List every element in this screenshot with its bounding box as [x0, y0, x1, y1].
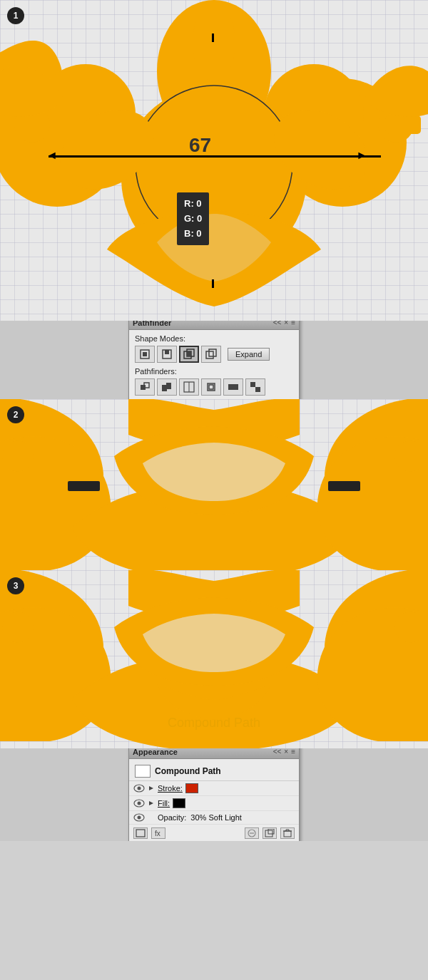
orange-shape-2 [0, 399, 428, 570]
svg-text:fx: fx [155, 830, 160, 837]
svg-point-37 [2, 440, 34, 472]
step-badge-3: 3 [7, 577, 24, 594]
svg-text:Compound Path: Compound Path [168, 716, 260, 730]
svg-rect-32 [250, 382, 255, 387]
svg-rect-34 [68, 481, 100, 491]
stroke-visibility-icon[interactable] [133, 784, 145, 793]
svg-rect-19 [187, 351, 191, 356]
appearance-close[interactable]: × [284, 748, 288, 755]
measurement-value: 67 [189, 134, 211, 157]
color-b: B: 0 [184, 227, 202, 242]
svg-rect-49 [136, 830, 145, 837]
pathfinder-body: Shape Modes: [129, 330, 299, 404]
shape-modes-label: Shape Modes: [135, 334, 293, 343]
svg-rect-8 [385, 115, 421, 134]
shape-modes-row: Expand [135, 346, 293, 363]
svg-point-48 [138, 816, 141, 820]
appearance-controls[interactable]: << × ≡ [273, 748, 295, 755]
stroke-row: Stroke: [129, 781, 299, 796]
pathfinder-panel: Pathfinder << × ≡ Shape Modes: [128, 315, 300, 405]
svg-rect-20 [206, 351, 213, 359]
shape-btn-subtract[interactable] [157, 346, 177, 363]
footer-btn-delete[interactable] [245, 827, 259, 839]
fill-expand-icon[interactable] [148, 800, 155, 807]
shape-btn-intersect[interactable] [179, 346, 199, 363]
measure-arrow-right: ► [356, 150, 367, 161]
opacity-row: Opacity: 30% Soft Light [129, 811, 299, 825]
compound-path-label: Compound Path [155, 766, 221, 776]
appearance-body: Compound Path Stroke: [129, 759, 299, 841]
stroke-expand-icon[interactable] [148, 785, 155, 792]
svg-rect-21 [209, 349, 216, 356]
fill-color-swatch[interactable] [173, 798, 185, 808]
compound-path-swatch [135, 765, 151, 778]
appearance-panel-area: Appearance << × ≡ Compound Path [0, 748, 428, 841]
appearance-title: Appearance [133, 748, 178, 756]
svg-rect-55 [284, 831, 291, 837]
orange-shape-3: Compound Path [0, 570, 428, 748]
appearance-menu[interactable]: ≡ [291, 748, 295, 755]
tick-top [212, 33, 214, 42]
svg-point-42 [138, 787, 141, 790]
pathfinders-row [135, 378, 293, 396]
appearance-footer: fx [129, 825, 299, 841]
svg-marker-43 [149, 786, 153, 790]
measure-line [49, 155, 381, 158]
stroke-label[interactable]: Stroke: [158, 784, 183, 793]
step-badge-1: 1 [7, 7, 24, 24]
svg-point-36 [394, 440, 426, 472]
svg-rect-35 [328, 481, 360, 491]
pathfinder-panel-area: Pathfinder << × ≡ Shape Modes: [0, 321, 428, 399]
svg-rect-24 [162, 385, 167, 391]
svg-rect-31 [233, 384, 238, 390]
appearance-panel: Appearance << × ≡ Compound Path [128, 744, 300, 841]
pathfinders-label: Pathfinders: [135, 367, 293, 376]
shape-btn-add[interactable] [135, 346, 155, 363]
fill-visibility-icon[interactable] [133, 799, 145, 808]
svg-point-39 [2, 612, 34, 643]
opacity-label: Opacity: [158, 813, 186, 822]
opacity-visibility-icon[interactable] [133, 813, 145, 822]
pathfinder-btn-1[interactable] [135, 378, 155, 396]
step-badge-2: 2 [7, 406, 24, 423]
canvas-area-1: 1 ◄ ► 6 [0, 0, 428, 321]
svg-rect-54 [268, 829, 274, 834]
shape-btn-exclude[interactable] [201, 346, 221, 363]
svg-point-38 [394, 612, 426, 643]
compound-path-row: Compound Path [129, 762, 299, 781]
svg-rect-29 [209, 385, 213, 389]
measure-arrow-left: ◄ [46, 150, 58, 161]
svg-point-10 [193, 4, 235, 82]
fill-row: Fill: [129, 796, 299, 811]
footer-btn-add[interactable] [263, 827, 277, 839]
footer-btn-1[interactable] [133, 827, 148, 839]
expand-button[interactable]: Expand [228, 348, 270, 361]
color-info-box: R: 0 G: 0 B: 0 [177, 192, 209, 245]
opacity-value[interactable]: 30% Soft Light [190, 813, 242, 822]
footer-btn-trash[interactable] [280, 827, 295, 839]
tick-bottom [212, 279, 214, 288]
fill-label[interactable]: Fill: [158, 799, 170, 808]
color-g: G: 0 [184, 212, 202, 227]
canvas-area-2: 2 [0, 399, 428, 570]
pathfinder-btn-2[interactable] [157, 378, 177, 396]
svg-rect-33 [255, 387, 260, 392]
footer-btn-2[interactable]: fx [151, 827, 165, 839]
svg-rect-25 [166, 383, 171, 389]
pathfinder-btn-3[interactable] [179, 378, 199, 396]
pathfinder-btn-6[interactable] [245, 378, 265, 396]
svg-marker-46 [149, 801, 153, 805]
pathfinder-btn-5[interactable] [223, 378, 243, 396]
color-r: R: 0 [184, 197, 202, 212]
appearance-scroll[interactable]: << [273, 748, 282, 755]
svg-rect-16 [165, 350, 169, 354]
canvas-area-3: 3 Compound Path [0, 570, 428, 748]
stroke-color-swatch[interactable] [185, 783, 198, 793]
svg-point-45 [138, 802, 141, 805]
pathfinder-btn-4[interactable] [201, 378, 221, 396]
svg-rect-14 [143, 352, 147, 356]
